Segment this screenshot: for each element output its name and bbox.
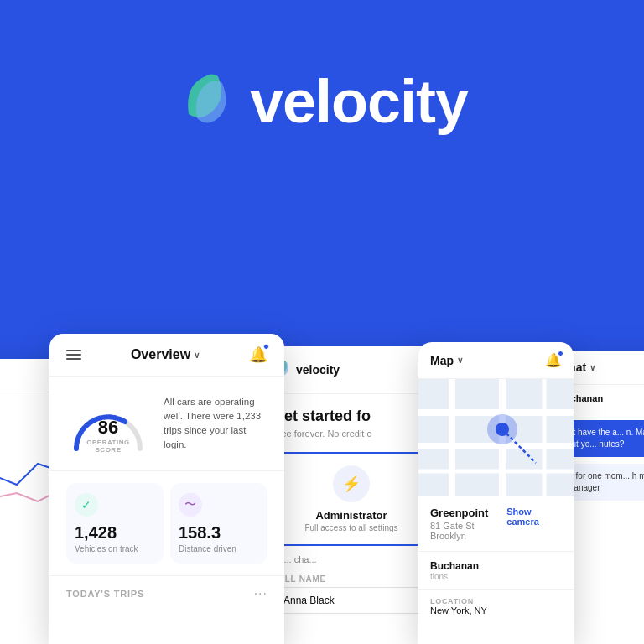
chevron-down-icon: ∨: [194, 351, 200, 360]
see-more-text: Se... cha...: [273, 554, 430, 564]
signup-app-name: velocity: [296, 363, 340, 377]
map-title: Map ∨: [430, 354, 463, 367]
signup-subtitle: Free forever. No credit c: [273, 428, 430, 439]
gauge-score: 86 OPERATINGSCORE: [86, 417, 129, 454]
vehicles-label: Vehicles on track: [75, 544, 155, 553]
map-chevron-icon: ∨: [457, 356, 463, 365]
person-name: Buchanan: [430, 560, 562, 572]
bell-icon[interactable]: 🔔: [249, 345, 267, 364]
today-trips-label: TODAY'S TRIPS: [66, 589, 144, 599]
score-section: // Drawn inline with path 86 OPERATINGSC…: [49, 377, 284, 471]
distance-label: Distance driven: [179, 544, 259, 553]
distance-icon: 〜: [179, 493, 202, 517]
show-camera-button[interactable]: Show camera: [506, 506, 562, 527]
signup-header: velocity: [259, 346, 444, 394]
velocity-logo-icon: [176, 68, 235, 135]
role-desc: Full access to all settings: [286, 523, 417, 532]
map-area: [418, 379, 574, 496]
vehicles-value: 1,428: [75, 523, 155, 543]
cards-area: Analytics TYPE Reven...: [0, 325, 644, 644]
location-name: Greenpoint: [430, 506, 506, 519]
chat-chevron-icon: ∨: [589, 363, 595, 372]
map-card: Map ∨ 🔔: [418, 342, 574, 644]
hamburger-line-3: [66, 358, 81, 360]
map-title-text: Map: [430, 354, 454, 367]
overview-card: Overview ∨ 🔔 // Drawn inline with path: [49, 334, 284, 644]
brand-name: velocity: [250, 67, 468, 136]
role-card-admin[interactable]: ✓ ⚡ Administrator Full access to all set…: [273, 452, 430, 546]
score-desc-text: All cars are operating well. There were …: [164, 395, 267, 453]
more-options-icon[interactable]: ···: [254, 586, 267, 601]
vehicles-icon: ✓: [75, 493, 98, 517]
location-label: LOCATION: [430, 597, 562, 605]
location-section: LOCATION New York, NY: [418, 590, 574, 622]
hamburger-icon[interactable]: [66, 350, 81, 360]
role-title: Administrator: [286, 509, 417, 522]
stat-vehicles: ✓ 1,428 Vehicles on track: [66, 483, 164, 564]
map-header: Map ∨ 🔔: [418, 342, 574, 379]
signup-body: Get started fo Free forever. No credit c…: [259, 394, 444, 627]
distance-value: 158.3: [179, 523, 259, 543]
hamburger-line-2: [66, 354, 81, 356]
hamburger-line-1: [66, 350, 81, 351]
gauge-container: // Drawn inline with path 86 OPERATINGSC…: [66, 390, 150, 457]
gauge-label: OPERATINGSCORE: [86, 439, 129, 454]
map-person-info: Buchanan tions: [418, 552, 574, 590]
overview-title: Overview ∨: [131, 347, 200, 362]
stats-row: ✓ 1,428 Vehicles on track 〜 158.3 Distan…: [49, 471, 284, 576]
map-bell-icon[interactable]: 🔔: [545, 352, 562, 368]
location-address: 81 Gate St Brooklyn: [430, 521, 506, 541]
signup-title: Get started fo: [273, 408, 430, 425]
gauge-number: 86: [86, 417, 129, 439]
person-sub: tions: [430, 572, 562, 581]
hero-section: velocity: [0, 0, 644, 136]
full-name-label: FULL NAME: [273, 574, 430, 584]
notification-dot: [263, 344, 269, 350]
brand-logo: velocity: [176, 67, 468, 136]
stat-distance: 〜 158.3 Distance driven: [170, 483, 267, 564]
overview-title-text: Overview: [131, 347, 190, 362]
today-trips-header: TODAY'S TRIPS ···: [49, 576, 284, 606]
overview-header: Overview ∨ 🔔: [49, 334, 284, 377]
signup-card: velocity Get started fo Free forever. No…: [259, 346, 444, 644]
location-value: New York, NY: [430, 605, 562, 615]
full-name-input[interactable]: [273, 587, 430, 614]
map-notification-dot: [558, 351, 564, 356]
score-description: All cars are operating well. There were …: [164, 395, 267, 453]
admin-icon: ⚡: [333, 465, 370, 502]
location-info: Greenpoint 81 Gate St Brooklyn Show came…: [418, 496, 574, 552]
